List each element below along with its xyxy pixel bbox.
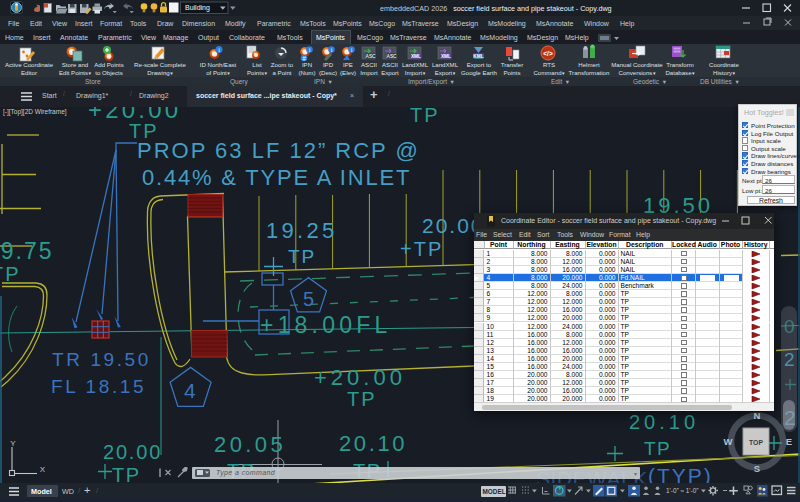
svg-text:20.10: 20.10 — [339, 431, 407, 456]
svg-text:TP: TP — [410, 107, 440, 126]
svg-text:20.05: 20.05 — [214, 432, 286, 457]
svg-text:4: 4 — [184, 379, 196, 402]
svg-text:19.75: 19.75 — [0, 238, 54, 264]
svg-text:20.00: 20.00 — [103, 441, 162, 463]
svg-text:E: E — [786, 436, 792, 447]
svg-text:PROP 63 LF 12” RCP @: PROP 63 LF 12” RCP @ — [137, 138, 420, 163]
svg-text:W: W — [724, 436, 733, 447]
svg-text:1'-0" ≈ 1'-0": 1'-0" ≈ 1'-0" — [666, 487, 699, 494]
svg-text:TP: TP — [112, 464, 141, 483]
svg-text:19.25: 19.25 — [266, 218, 338, 243]
svg-text:S: S — [754, 463, 760, 474]
svg-text:XML: XML — [441, 54, 451, 59]
svg-text:KML: KML — [473, 54, 483, 59]
svg-text:ASC: ASC — [365, 54, 376, 59]
svg-text:FL 18.15: FL 18.15 — [51, 376, 146, 397]
svg-text:+TP: +TP — [400, 238, 443, 260]
svg-text:20.10: 20.10 — [629, 411, 699, 433]
svg-text:5: 5 — [303, 288, 314, 310]
svg-text:TR 19.50: TR 19.50 — [52, 349, 151, 370]
svg-text:TOP: TOP — [749, 439, 763, 446]
svg-text:0.44% & TYPE A INLET: 0.44% & TYPE A INLET — [142, 165, 411, 190]
svg-text:TP: TP — [347, 388, 377, 410]
svg-text:Y: Y — [10, 439, 16, 448]
svg-text:ASC: ASC — [386, 54, 397, 59]
svg-text:TP: TP — [129, 120, 159, 142]
svg-text:</>: </> — [543, 50, 553, 57]
svg-text:X: X — [40, 465, 46, 474]
svg-text:XML: XML — [411, 54, 421, 59]
svg-text:N: N — [754, 410, 761, 421]
svg-text:(TYP): (TYP) — [648, 464, 713, 484]
svg-text:TP: TP — [0, 263, 21, 285]
svg-text:TP: TP — [644, 438, 671, 459]
svg-text:+20.00: +20.00 — [314, 365, 406, 390]
svg-text:TP: TP — [288, 246, 316, 267]
svg-text:+18.00FL: +18.00FL — [260, 312, 391, 338]
